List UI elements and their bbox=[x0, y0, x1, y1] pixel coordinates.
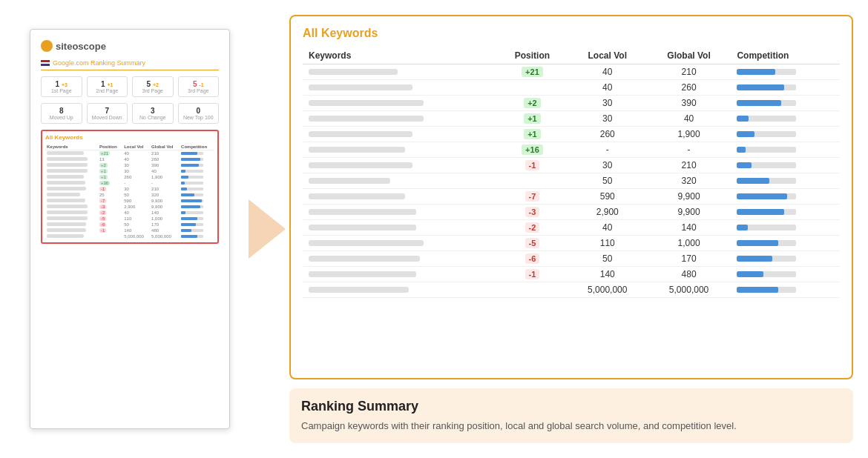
kw-row-4: +1 30 40 bbox=[303, 111, 840, 127]
stat-box-new-top100: 0 New Top 100 bbox=[178, 103, 220, 124]
stat-number-1: 1 +3 bbox=[44, 80, 79, 88]
kw-blur-11 bbox=[309, 225, 416, 230]
pos-badge-7: -1 bbox=[525, 160, 540, 170]
screenshot-card: siteoscope Google.com Ranking Summary 1 … bbox=[30, 29, 230, 429]
kw-row-12: -5 110 1,000 bbox=[303, 236, 840, 251]
global-vol-10: 9,900 bbox=[647, 205, 731, 220]
local-vol-10: 2,900 bbox=[568, 205, 647, 220]
pos-badge-3: +2 bbox=[524, 98, 541, 108]
stat-box-moved-up: 8 Moved Up bbox=[41, 103, 82, 124]
mini-row-14: -1 140480 bbox=[45, 228, 214, 233]
keywords-table-title: All Keywords bbox=[303, 27, 840, 40]
global-vol-5: 1,900 bbox=[647, 127, 731, 142]
mini-row-11: -2 40140 bbox=[45, 210, 214, 216]
mini-table-container: All Keywords Keywords Position Local Vol… bbox=[41, 130, 219, 244]
kw-row-7: -1 30 210 bbox=[303, 158, 840, 173]
summary-card: Ranking Summary Campaign keywords with t… bbox=[289, 388, 853, 444]
stats-row-2: 8 Moved Up 7 Moved Down 3 No Change 0 Ne… bbox=[41, 103, 219, 124]
stat-badge-4: -1 bbox=[199, 82, 203, 87]
summary-text: Campaign keywords with their ranking pos… bbox=[301, 419, 841, 434]
pos-badge-12: -5 bbox=[525, 238, 540, 248]
col-header-global-vol: Global Vol bbox=[647, 47, 731, 64]
left-panel: siteoscope Google.com Ranking Summary 1 … bbox=[15, 15, 245, 443]
global-vol-7: 210 bbox=[647, 158, 731, 173]
kw-row-15: 5,000,000 5,000,000 bbox=[303, 282, 840, 298]
kw-blur-2 bbox=[309, 84, 412, 90]
mini-row-7: -1 30210 bbox=[45, 186, 214, 192]
mini-row-9: -7 5909,900 bbox=[45, 198, 214, 204]
kw-row-2: 40 260 bbox=[303, 80, 840, 96]
stat-label-new-top100: New Top 100 bbox=[181, 115, 217, 120]
kw-row-10: -3 2,900 9,900 bbox=[303, 205, 840, 220]
summary-title: Ranking Summary bbox=[301, 399, 841, 414]
global-vol-1: 210 bbox=[647, 64, 731, 80]
kw-row-1: +21 40 210 bbox=[303, 64, 840, 80]
local-vol-11: 40 bbox=[568, 220, 647, 236]
arrow-container bbox=[245, 15, 289, 443]
local-vol-2: 40 bbox=[568, 80, 647, 96]
mini-row-10: -3 2,9009,900 bbox=[45, 204, 214, 210]
global-vol-9: 9,900 bbox=[647, 189, 731, 205]
stat-number-3: 5 +2 bbox=[135, 80, 171, 88]
stat-number-4: 5 -1 bbox=[181, 80, 217, 88]
global-vol-11: 140 bbox=[647, 220, 731, 236]
comp-bar-10 bbox=[737, 209, 796, 215]
stat-label-moved-up: Moved Up bbox=[44, 115, 79, 120]
comp-bar-12 bbox=[737, 240, 796, 246]
kw-row-6: +16 - - bbox=[303, 142, 840, 158]
pos-badge-5: +1 bbox=[524, 129, 541, 139]
kw-blur-7 bbox=[309, 162, 412, 168]
pos-badge-6: +16 bbox=[522, 145, 543, 155]
local-vol-15: 5,000,000 bbox=[568, 282, 647, 298]
comp-bar-1 bbox=[737, 69, 796, 75]
pos-2 bbox=[496, 80, 568, 96]
comp-bar-13 bbox=[737, 256, 796, 262]
stat-number-moved-up: 8 bbox=[44, 107, 79, 115]
local-vol-13: 50 bbox=[568, 251, 647, 267]
mini-col-global: Global Vol bbox=[150, 144, 180, 150]
stat-box-1st-page: 1 +3 1st Page bbox=[41, 76, 82, 97]
stat-number-moved-down: 7 bbox=[90, 107, 125, 115]
comp-bar-9 bbox=[737, 193, 796, 199]
local-vol-8: 50 bbox=[568, 173, 647, 189]
kw-row-3: +2 30 390 bbox=[303, 96, 840, 111]
stats-row-1: 1 +3 1st Page 1 +1 2nd Page 5 +2 3rd Pag… bbox=[41, 76, 219, 97]
stat-number-no-change: 3 bbox=[135, 107, 171, 115]
stat-number-new-top100: 0 bbox=[181, 107, 217, 115]
pos-15 bbox=[496, 282, 568, 298]
right-panel: All Keywords Keywords Position Local Vol… bbox=[289, 15, 853, 443]
comp-bar-11 bbox=[737, 225, 796, 230]
kw-row-5: +1 260 1,900 bbox=[303, 127, 840, 142]
stat-label-3: 3rd Page bbox=[135, 88, 171, 93]
stat-label-no-change: No Change bbox=[135, 115, 171, 120]
kw-blur-9 bbox=[309, 193, 405, 199]
stat-box-2nd-page: 1 +1 2nd Page bbox=[87, 76, 128, 97]
google-bar-text: Google.com Ranking Summary bbox=[53, 59, 145, 67]
mini-col-position: Position bbox=[98, 144, 122, 150]
mini-col-competition: Competition bbox=[180, 144, 214, 150]
mini-col-keywords: Keywords bbox=[45, 144, 98, 150]
pos-8 bbox=[496, 173, 568, 189]
local-vol-14: 140 bbox=[568, 267, 647, 282]
kw-row-9: -7 590 9,900 bbox=[303, 189, 840, 205]
global-vol-14: 480 bbox=[647, 267, 731, 282]
kw-blur-5 bbox=[309, 131, 412, 137]
global-vol-6: - bbox=[647, 142, 731, 158]
local-vol-7: 30 bbox=[568, 158, 647, 173]
col-header-local-vol: Local Vol bbox=[568, 47, 647, 64]
kw-blur-4 bbox=[309, 116, 424, 122]
local-vol-1: 40 bbox=[568, 64, 647, 80]
mini-row-2: 13 40260 bbox=[45, 156, 214, 162]
mini-row-5: +1 2601,900 bbox=[45, 174, 214, 180]
stat-label-4: 3rd Page bbox=[181, 88, 217, 93]
col-header-competition: Competition bbox=[731, 47, 840, 64]
comp-bar-2 bbox=[737, 84, 796, 90]
stat-box-3rd-page-2: 5 -1 3rd Page bbox=[178, 76, 220, 97]
mini-keywords-table: Keywords Position Local Vol Global Vol C… bbox=[45, 144, 214, 239]
pos-badge-14: -1 bbox=[525, 269, 540, 279]
mini-row-13: -6 50170 bbox=[45, 222, 214, 228]
mini-row-15: 5,000,0005,000,000 bbox=[45, 233, 214, 239]
stat-box-moved-down: 7 Moved Down bbox=[87, 103, 128, 124]
global-vol-12: 1,000 bbox=[647, 236, 731, 251]
pos-badge-9: -7 bbox=[525, 191, 540, 202]
